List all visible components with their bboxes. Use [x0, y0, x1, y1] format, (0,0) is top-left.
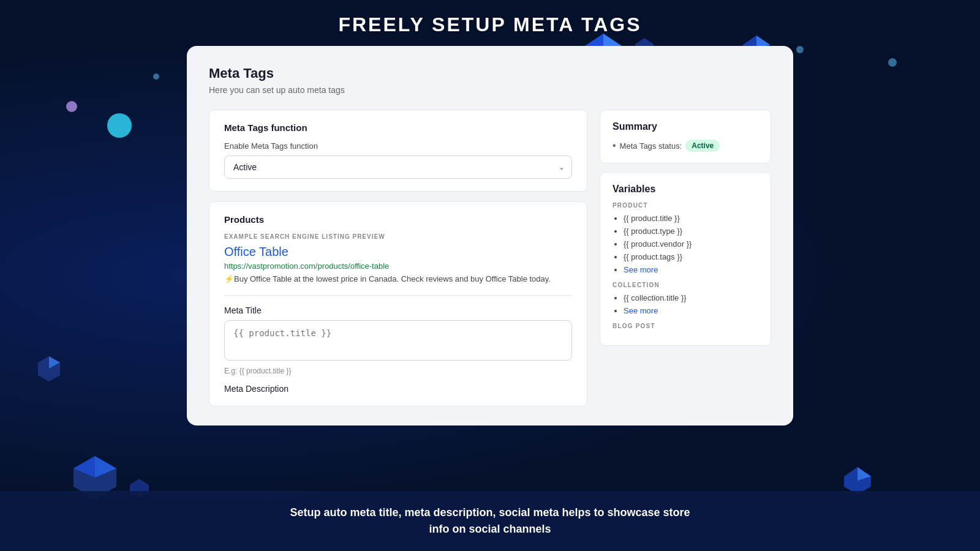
page-title: FREELY SETUP META TAGS	[0, 13, 980, 36]
product-vars-label: PRODUCT	[612, 202, 758, 209]
product-var-tags: {{ product.tags }}	[624, 252, 758, 261]
left-panel: Meta Tags function Enable Meta Tags func…	[209, 110, 587, 407]
summary-box: Summary • Meta Tags status: Active	[600, 110, 771, 163]
bottom-banner-text: Setup auto meta title, meta description,…	[0, 504, 980, 538]
collection-see-more-item[interactable]: See more	[624, 306, 758, 315]
card-subtitle: Here you can set up auto meta tags	[209, 85, 771, 95]
product-see-more-item[interactable]: See more	[624, 265, 758, 274]
variables-title: Variables	[612, 184, 758, 195]
bottom-banner: Setup auto meta title, meta description,…	[0, 491, 980, 551]
preview-product-title[interactable]: Office Table	[224, 245, 572, 259]
products-box: Products EXAMPLE SEARCH ENGINE LISTING P…	[209, 201, 587, 407]
summary-status-item: • Meta Tags status: Active	[612, 140, 758, 152]
product-var-title: {{ product.title }}	[624, 214, 758, 223]
variables-box: Variables PRODUCT {{ product.title }} {{…	[600, 172, 771, 346]
meta-tags-function-title: Meta Tags function	[224, 122, 572, 133]
product-see-more-link[interactable]: See more	[624, 265, 658, 274]
status-badge: Active	[685, 140, 720, 152]
summary-title: Summary	[612, 121, 758, 132]
collection-vars-list: {{ collection.title }} See more	[612, 293, 758, 315]
meta-title-hint: E.g: {{ product.title }}	[224, 367, 572, 375]
product-var-vendor: {{ product.vendor }}	[624, 239, 758, 249]
collection-var-title: {{ collection.title }}	[624, 293, 758, 302]
page-header: FREELY SETUP META TAGS	[0, 0, 980, 46]
preview-url: https://vastpromotion.com/products/offic…	[224, 261, 572, 271]
example-label: EXAMPLE SEARCH ENGINE LISTING PREVIEW	[224, 233, 572, 240]
card-body: Meta Tags function Enable Meta Tags func…	[209, 110, 771, 407]
meta-tags-function-box: Meta Tags function Enable Meta Tags func…	[209, 110, 587, 192]
enable-meta-tags-label: Enable Meta Tags function	[224, 141, 572, 151]
meta-description-label: Meta Description	[224, 384, 572, 394]
main-card: Meta Tags Here you can set up auto meta …	[187, 46, 793, 425]
collection-see-more-link[interactable]: See more	[624, 306, 658, 315]
enable-meta-tags-wrapper[interactable]: Active Inactive ⌄	[224, 156, 572, 179]
enable-meta-tags-select[interactable]: Active Inactive	[224, 156, 572, 179]
collection-vars-label: COLLECTION	[612, 282, 758, 288]
preview-description: ⚡Buy Office Table at the lowest price in…	[224, 273, 572, 285]
blog-post-vars-label: BLOG POST	[612, 323, 758, 329]
right-panel: Summary • Meta Tags status: Active Varia…	[600, 110, 771, 407]
products-title: Products	[224, 214, 572, 225]
meta-title-input[interactable]	[224, 320, 572, 361]
meta-tags-status-label: Meta Tags status:	[620, 141, 682, 151]
card-title: Meta Tags	[209, 66, 771, 81]
product-vars-list: {{ product.title }} {{ product.type }} {…	[612, 214, 758, 274]
product-var-type: {{ product.type }}	[624, 227, 758, 236]
search-engine-preview: EXAMPLE SEARCH ENGINE LISTING PREVIEW Of…	[224, 233, 572, 296]
meta-title-label: Meta Title	[224, 305, 572, 315]
